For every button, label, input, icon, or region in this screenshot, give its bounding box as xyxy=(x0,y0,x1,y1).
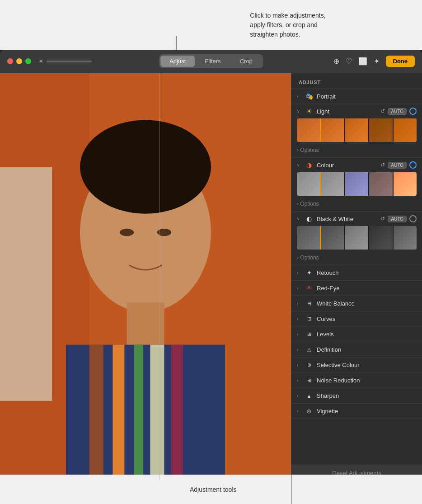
light-thumb-1[interactable] xyxy=(297,118,320,142)
done-button[interactable]: Done xyxy=(386,56,415,67)
more-options-button[interactable]: ⊕ xyxy=(333,57,339,66)
colour-auto[interactable]: AUTO xyxy=(388,162,407,169)
sidebar-header: ADJUST xyxy=(291,73,422,89)
light-options[interactable]: › Options xyxy=(297,147,319,153)
content-area: ADJUST › 🎭 Portrait ∨ ☀ Light xyxy=(0,73,422,480)
retouch-icon: ✦ xyxy=(305,269,313,276)
light-header[interactable]: ∨ ☀ Light ↺ AUTO xyxy=(291,104,422,118)
redeye-chevron: › xyxy=(297,286,301,291)
retouch-label: Retouch xyxy=(317,269,417,276)
svg-point-4 xyxy=(80,120,211,214)
retouch-item[interactable]: › ✦ Retouch xyxy=(291,265,422,281)
annotation-bottom-area: Adjustment tools xyxy=(0,475,422,504)
noisereduction-item[interactable]: › ⊞ Noise Reduction xyxy=(291,373,422,388)
colour-undo[interactable]: ↺ xyxy=(380,162,385,168)
sidebar-scroll[interactable]: › 🎭 Portrait ∨ ☀ Light ↺ AUTO xyxy=(291,89,422,465)
bw-header[interactable]: ∨ ◐ Black & White ↺ AUTO xyxy=(291,212,422,226)
portrait-header[interactable]: › 🎭 Portrait xyxy=(291,89,422,104)
light-thumb-2[interactable] xyxy=(321,118,344,142)
sun-icon: ☀ xyxy=(38,58,44,65)
light-toggle[interactable] xyxy=(409,108,417,115)
bw-thumb-3[interactable] xyxy=(345,226,368,250)
colour-thumb-2[interactable] xyxy=(321,172,344,196)
colour-thumb-3[interactable] xyxy=(345,172,368,196)
redeye-item[interactable]: › 👁 Red-Eye xyxy=(291,281,422,296)
curves-label: Curves xyxy=(317,316,417,322)
curves-item[interactable]: › ⊡ Curves xyxy=(291,311,422,327)
light-thumb-5[interactable] xyxy=(394,118,417,142)
vignette-chevron: › xyxy=(297,409,301,414)
vignette-item[interactable]: › ◎ Vignette xyxy=(291,404,422,419)
colour-thumb-1[interactable] xyxy=(297,172,320,196)
light-undo[interactable]: ↺ xyxy=(380,108,385,114)
sharpen-chevron: › xyxy=(297,394,301,398)
bw-thumb-4[interactable] xyxy=(369,226,392,250)
bw-thumbnails xyxy=(297,226,417,250)
levels-icon: ⊞ xyxy=(305,331,313,337)
bw-undo[interactable]: ↺ xyxy=(380,216,385,222)
brightness-slider[interactable]: ☀ xyxy=(38,58,92,65)
whitebalance-icon: ⊟ xyxy=(305,301,313,306)
colour-thumbnails xyxy=(297,172,417,196)
light-thumb-3[interactable] xyxy=(345,118,368,142)
portrait-section: › 🎭 Portrait xyxy=(291,89,422,104)
whitebalance-item[interactable]: › ⊟ White Balance xyxy=(291,296,422,311)
light-options-row: › Options xyxy=(291,145,422,157)
redeye-icon: 👁 xyxy=(305,285,313,292)
selectivecolour-item[interactable]: › ⊕ Selective Colour xyxy=(291,358,422,373)
bw-options[interactable]: › Options xyxy=(297,254,319,261)
selectivecolour-chevron: › xyxy=(297,363,301,367)
light-label: Light xyxy=(317,108,377,115)
close-button[interactable] xyxy=(7,58,13,64)
sharpen-label: Sharpen xyxy=(317,392,417,399)
colour-options-row: › Options xyxy=(291,198,422,211)
bw-thumb-1[interactable] xyxy=(297,226,320,250)
colour-options[interactable]: › Options xyxy=(297,201,319,207)
portrait-icon: 🎭 xyxy=(305,93,313,100)
tab-adjust[interactable]: Adjust xyxy=(160,56,195,67)
levels-chevron: › xyxy=(297,332,301,337)
selectivecolour-icon: ⊕ xyxy=(305,362,313,368)
bw-auto[interactable]: AUTO xyxy=(388,216,407,222)
bw-chevron: ∨ xyxy=(297,217,301,221)
sharpen-item[interactable]: › ▲ Sharpen xyxy=(291,388,422,404)
tooltip-area: Click to make adjustments, apply filters… xyxy=(0,0,422,50)
vignette-icon: ◎ xyxy=(305,408,313,414)
svg-rect-8 xyxy=(113,345,125,480)
retouch-chevron: › xyxy=(297,271,301,275)
noisereduction-icon: ⊞ xyxy=(305,377,313,383)
maximize-button[interactable] xyxy=(25,58,31,64)
colour-thumb-5[interactable] xyxy=(394,172,417,196)
whitebalance-label: White Balance xyxy=(317,300,417,307)
bw-thumb-2[interactable] xyxy=(321,226,344,250)
magic-wand-button[interactable]: ✦ xyxy=(374,57,380,66)
light-thumb-4[interactable] xyxy=(369,118,392,142)
tab-filters[interactable]: Filters xyxy=(196,56,230,67)
colour-thumb-4[interactable] xyxy=(369,172,392,196)
tab-crop[interactable]: Crop xyxy=(231,56,262,67)
svg-point-12 xyxy=(120,229,134,236)
colour-toggle[interactable] xyxy=(409,161,417,169)
sharpen-icon: ▲ xyxy=(305,393,313,399)
minimize-button[interactable] xyxy=(16,58,22,64)
curves-icon: ⊡ xyxy=(305,316,313,322)
slider-track xyxy=(47,61,92,62)
main-window: ☀ Adjust Filters Crop ⊕ ♡ ⬜ ✦ Done xyxy=(0,50,422,504)
definition-item[interactable]: › △ Definition xyxy=(291,342,422,358)
titlebar-tabs: Adjust Filters Crop xyxy=(159,54,263,68)
share-button[interactable]: ⬜ xyxy=(358,57,367,66)
light-chevron: ∨ xyxy=(297,109,301,113)
whitebalance-chevron: › xyxy=(297,301,301,306)
favorite-button[interactable]: ♡ xyxy=(346,57,352,66)
definition-label: Definition xyxy=(317,346,417,353)
bw-toggle[interactable] xyxy=(409,215,417,222)
tooltip-arrow xyxy=(176,36,177,50)
levels-item[interactable]: › ⊞ Levels xyxy=(291,327,422,342)
light-section: ∨ ☀ Light ↺ AUTO xyxy=(291,104,422,158)
light-auto[interactable]: AUTO xyxy=(388,108,407,115)
colour-label: Colour xyxy=(317,162,377,169)
photo-placeholder xyxy=(0,73,291,480)
colour-header[interactable]: ∨ ◑ Colour ↺ AUTO xyxy=(291,158,422,172)
bw-thumb-5[interactable] xyxy=(394,226,417,250)
annotation-line xyxy=(291,475,292,504)
